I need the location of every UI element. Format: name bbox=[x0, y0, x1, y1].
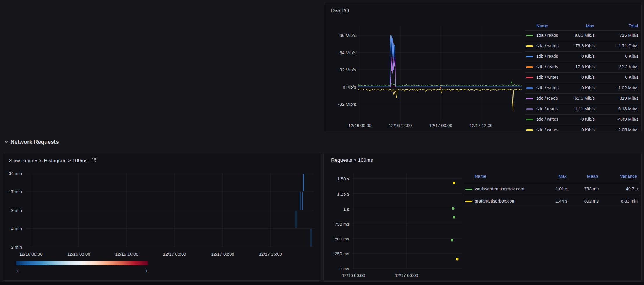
legend-col-name[interactable]: Name bbox=[536, 23, 548, 28]
legend-row[interactable]: grafana.tiserbox.com1.44 s802 ms6.83 min bbox=[464, 195, 640, 207]
legend-row[interactable]: sdb / writes0 Kib/s0 Kib/s bbox=[525, 72, 640, 83]
panel-slow-requests: Slow Requests Histogram > 100ms bbox=[3, 152, 321, 281]
legend-col-name[interactable]: Name bbox=[475, 174, 486, 179]
panel-title-requests[interactable]: Requests > 100ms bbox=[331, 157, 373, 163]
legend-value-max: 8.85 Mib/s bbox=[575, 33, 595, 38]
legend-series-name[interactable]: sda / reads bbox=[536, 33, 558, 38]
dashboard-bottom-gutter bbox=[0, 282, 644, 285]
legend-value-total: -1.71 Gib/s bbox=[617, 43, 638, 48]
legend-value-variance: 6.83 min bbox=[621, 198, 638, 203]
panel-requests: Requests > 100ms NameMaxMeanVariancevaul… bbox=[323, 152, 642, 282]
legend-value-max: -73.8 Kib/s bbox=[574, 43, 595, 48]
legend-row-separator bbox=[464, 182, 640, 182]
chevron-down-icon bbox=[4, 140, 8, 144]
panel-disk-io: Disk I/O NameMaxTotalsda / reads8.85 Mib… bbox=[325, 3, 642, 131]
legend-value-max: 0 Kib/s bbox=[581, 117, 595, 122]
legend-series-color bbox=[526, 87, 533, 89]
external-link-icon[interactable] bbox=[91, 157, 96, 164]
legend-value-total: -4.49 Mib/s bbox=[617, 117, 638, 122]
legend-row[interactable]: sdb / reads0 Kib/s0 Kib/s bbox=[525, 51, 640, 62]
legend-col-max[interactable]: Max bbox=[559, 174, 567, 179]
legend-series-name[interactable]: sdc / reads bbox=[536, 96, 558, 101]
legend-row[interactable]: vaultwarden.tiserbox.com1.01 s783 ms49.7… bbox=[464, 183, 640, 195]
legend-value-max: 1.11 Mib/s bbox=[575, 106, 595, 111]
legend-series-color bbox=[526, 56, 533, 57]
legend-value-total: 22.2 Kib/s bbox=[619, 64, 638, 69]
legend-series-name[interactable]: sdb / reads bbox=[536, 54, 558, 59]
legend-row[interactable]: sdc / writes0 Kib/s-2.05 Mib/s bbox=[525, 125, 640, 131]
legend-value-total: -1.02 Mib/s bbox=[617, 85, 638, 90]
legend-series-color bbox=[526, 35, 533, 36]
legend-value-max: 1.44 s bbox=[555, 198, 567, 203]
legend-col-mean[interactable]: Mean bbox=[587, 174, 598, 179]
legend-value-total: 6.13 Mib/s bbox=[618, 106, 638, 111]
legend-series-color bbox=[526, 129, 533, 131]
legend-value-total: 0 Kib/s bbox=[625, 54, 638, 59]
legend-row[interactable]: sdc / reads62.5 Mib/s819 Mib/s bbox=[525, 93, 640, 104]
legend-row[interactable]: sda / reads8.85 Mib/s715 Mib/s bbox=[525, 30, 640, 41]
legend-value-max: 0 Kib/s bbox=[581, 75, 595, 80]
legend-value-max: 17.6 Kib/s bbox=[575, 64, 595, 69]
legend-value-max: 0 Kib/s bbox=[581, 127, 595, 131]
legend-row[interactable]: sdc / writes0 Kib/s-4.49 Mib/s bbox=[525, 114, 640, 125]
legend-row[interactable]: sda / writes-73.8 Kib/s-1.71 Gib/s bbox=[525, 41, 640, 51]
legend-value-total: 819 Mib/s bbox=[620, 96, 638, 101]
legend-series-name[interactable]: sda / writes bbox=[536, 43, 559, 48]
legend-col-max[interactable]: Max bbox=[586, 23, 594, 28]
panel-title-text: Slow Requests Histogram > 100ms bbox=[9, 158, 87, 164]
legend-col-total[interactable]: Total bbox=[629, 23, 638, 28]
legend-series-name[interactable]: sdb / writes bbox=[536, 75, 559, 80]
legend-series-color bbox=[526, 66, 533, 68]
legend-value-mean: 783 ms bbox=[584, 186, 599, 191]
legend-series-name[interactable]: sdc / reads bbox=[536, 106, 558, 111]
section-label: Network Requests bbox=[10, 139, 59, 145]
legend-row[interactable]: sdc / reads1.11 Mib/s6.13 Mib/s bbox=[525, 104, 640, 114]
legend-series-name[interactable]: grafana.tiserbox.com bbox=[475, 198, 515, 203]
legend-series-color bbox=[465, 189, 472, 190]
legend-series-name[interactable]: sdb / reads bbox=[536, 64, 558, 69]
legend-value-mean: 802 ms bbox=[584, 198, 599, 203]
legend-series-color bbox=[526, 119, 533, 120]
legend-series-name[interactable]: sdc / writes bbox=[536, 117, 558, 122]
legend-value-max: 0 Kib/s bbox=[581, 85, 595, 90]
legend-row[interactable]: sdb / writes0 Kib/s-1.02 Mib/s bbox=[525, 83, 640, 93]
legend-series-name[interactable]: sdb / writes bbox=[536, 85, 559, 90]
legend-value-max: 0 Kib/s bbox=[581, 54, 595, 59]
panel-title-slow-requests[interactable]: Slow Requests Histogram > 100ms bbox=[9, 157, 96, 164]
panel-title-disk-io[interactable]: Disk I/O bbox=[331, 8, 349, 14]
legend-series-color bbox=[526, 77, 533, 78]
legend-series-name[interactable]: sdc / writes bbox=[536, 127, 558, 131]
legend-value-variance: 49.7 s bbox=[626, 186, 638, 191]
legend-value-total: -2.05 Mib/s bbox=[617, 127, 638, 131]
legend-col-variance[interactable]: Variance bbox=[620, 174, 637, 179]
legend-row[interactable]: sdb / reads17.6 Kib/s22.2 Kib/s bbox=[525, 62, 640, 72]
legend-series-color bbox=[526, 45, 533, 47]
legend-value-max: 62.5 Mib/s bbox=[575, 96, 595, 101]
legend-series-color bbox=[465, 201, 472, 202]
legend-series-name[interactable]: vaultwarden.tiserbox.com bbox=[475, 186, 524, 191]
legend-value-total: 715 Mib/s bbox=[620, 33, 638, 38]
legend-value-total: 0 Kib/s bbox=[625, 75, 638, 80]
legend-value-max: 1.01 s bbox=[555, 186, 567, 191]
legend-series-color bbox=[526, 108, 533, 110]
legend-series-color bbox=[526, 98, 533, 99]
section-row-network-requests[interactable]: Network Requests bbox=[4, 139, 59, 145]
